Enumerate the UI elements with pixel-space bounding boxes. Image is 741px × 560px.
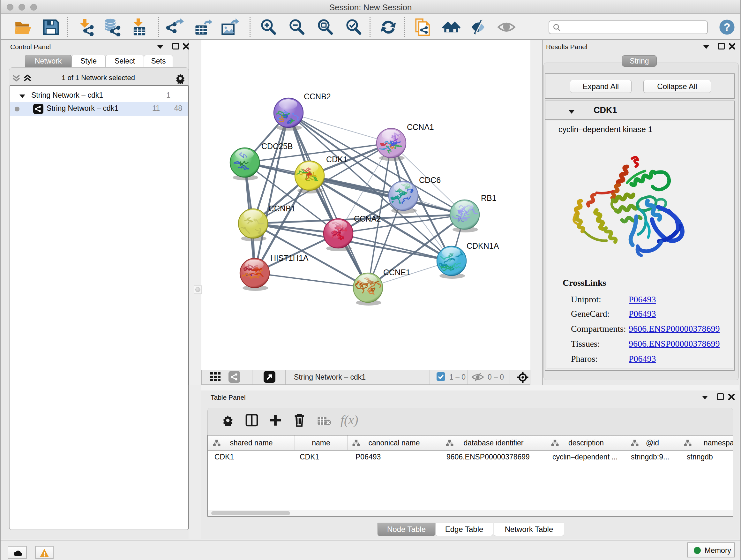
svg-text:CCNB2: CCNB2 (304, 92, 331, 101)
svg-text:CCNE1: CCNE1 (383, 268, 410, 277)
svg-text:CCNA2: CCNA2 (354, 214, 381, 223)
svg-text:CDKN1A: CDKN1A (467, 241, 499, 250)
svg-text:CDC25B: CDC25B (261, 142, 293, 151)
svg-text:CDC6: CDC6 (419, 176, 441, 185)
svg-text:CDK1: CDK1 (326, 155, 347, 164)
svg-text:RB1: RB1 (481, 193, 496, 202)
svg-text:HIST1H1A: HIST1H1A (270, 253, 309, 262)
svg-text:?: ? (724, 21, 730, 33)
svg-text:CCNA1: CCNA1 (407, 123, 434, 132)
svg-text:CCNB1: CCNB1 (268, 204, 295, 213)
